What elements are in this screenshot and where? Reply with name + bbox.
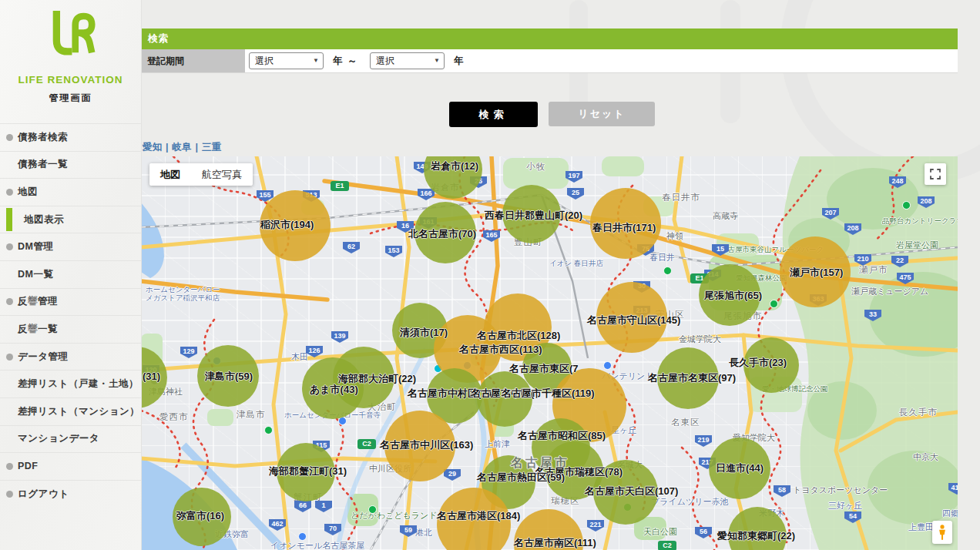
poi-pin-icon (770, 300, 778, 308)
map-place-label: 金城学院大 (679, 334, 721, 345)
sidebar-item-label: 反響管理 (18, 295, 58, 308)
year-to-select[interactable]: 選択 ▼ (370, 52, 445, 69)
poi-pin-icon (298, 532, 307, 541)
map-place-label: イオンモール名古屋茶屋 (270, 540, 364, 550)
map-place-label: 名東区 (671, 417, 700, 428)
count-circle-label: 名古屋市千種区(119) (502, 387, 595, 401)
bullet-icon (6, 134, 13, 141)
map-place-label: トヨタスポーツセンター (793, 485, 888, 496)
search-panel-body: 登記期間 選択 ▼ 年 ～ 選択 ▼ 年 (141, 49, 958, 72)
reset-button[interactable]: リセット (549, 102, 655, 126)
map-canvas[interactable]: 1555131492516616116621531651972575152142… (141, 156, 958, 550)
sidebar-item-データ管理[interactable]: データ管理 (0, 343, 141, 371)
map-place-label: 木田 (291, 351, 308, 363)
fullscreen-button[interactable] (925, 163, 946, 185)
sidebar-item-DM管理[interactable]: DM管理 (0, 233, 141, 260)
count-circle-label: 名古屋市南区(111) (514, 536, 596, 550)
sidebar-item-label: マンションデータ (18, 432, 99, 445)
map-place-label: 港北 (415, 527, 432, 538)
registration-period-label: 登記期間 (141, 49, 245, 72)
year-from-value: 選択 (255, 55, 274, 66)
poi-pin-icon (264, 426, 273, 434)
map-place-label: 三好ヶ丘 (828, 500, 862, 511)
map-place-label: 小牧 (526, 161, 545, 173)
pegman-icon (936, 524, 948, 541)
fullscreen-icon (928, 167, 942, 181)
sidebar-item-マンションデータ[interactable]: マンションデータ (0, 425, 141, 453)
sidebar-item-反響一覧[interactable]: 反響一覧 (0, 315, 141, 343)
count-circle-label: 瀬戸市(157) (790, 266, 843, 280)
count-circle-label: 尾張旭市(65) (704, 289, 762, 303)
map-place-label: 四郷 (942, 508, 958, 519)
count-circle-label: 名古屋市守山区(145) (587, 314, 680, 327)
count-circle-label: 名古屋市東区(7 (509, 362, 579, 376)
count-circle-label: 名古屋市昭和区(85) (518, 429, 606, 443)
sidebar-item-DM一覧[interactable]: DM一覧 (0, 260, 141, 288)
bullet-icon (6, 243, 13, 250)
logo: LIFE RENOVATION 管理画面 (0, 0, 141, 105)
map-place-label: 瀬戸蔵ミュージアム (851, 286, 928, 297)
map-type-map-button[interactable]: 地図 (149, 163, 191, 186)
sidebar-item-債務者一覧[interactable]: 債務者一覧 (0, 151, 141, 179)
bullet-icon (6, 189, 13, 196)
map-place-label: 春日井市 (662, 192, 700, 203)
map-place-label: 中京大 (913, 451, 938, 463)
count-circle-label: 長久手市(23) (729, 356, 787, 370)
page: 検索 登記期間 選択 ▼ 年 ～ 選択 ▼ 年 検索 リセット 愛知|岐阜|三重 (0, 0, 980, 550)
sidebar: LIFE RENOVATION 管理画面 債務者検索債務者一覧地図地図表示DM管… (0, 0, 142, 550)
poi-pin-icon (663, 267, 672, 275)
map-place-label: 高蔵寺 (713, 210, 738, 222)
sidebar-item-PDF[interactable]: PDF (0, 452, 141, 480)
map-place-label: 春日井 (649, 252, 675, 263)
prefecture-link-岐阜[interactable]: 岐阜 (173, 142, 192, 153)
count-circle-label: 西春日井郡豊山町(20) (485, 209, 582, 223)
sidebar-item-label: DM一覧 (18, 268, 53, 281)
search-button[interactable]: 検索 (449, 102, 538, 127)
map-type-satellite-button[interactable]: 航空写真 (191, 163, 253, 186)
prefecture-links: 愛知|岐阜|三重 (143, 141, 221, 154)
sidebar-menu: 債務者検索債務者一覧地図地図表示DM管理DM一覧反響管理反響一覧データ管理差押リ… (0, 123, 141, 507)
sidebar-item-ログアウト[interactable]: ログアウト (0, 480, 141, 508)
count-circle-label: 名古屋市港区(184) (437, 509, 520, 523)
sidebar-item-label: 差押リスト（戸建・土地） (18, 377, 139, 391)
count-circle-label: 愛知郡東郷町(22) (717, 529, 795, 543)
pegman-button[interactable] (932, 521, 952, 544)
count-circle-label: あま市(43) (310, 383, 358, 397)
expressway-shield: E1 (331, 181, 349, 191)
sidebar-item-差押リスト（戸建・土地）[interactable]: 差押リスト（戸建・土地） (0, 370, 141, 397)
main-content: 検索 登記期間 選択 ▼ 年 ～ 選択 ▼ 年 検索 リセット 愛知|岐阜|三重 (141, 0, 980, 550)
logo-title: LIFE RENOVATION (0, 74, 141, 86)
chevron-down-icon: ▼ (313, 53, 319, 69)
poi-pin-icon (368, 505, 377, 514)
sidebar-item-債務者検索[interactable]: 債務者検索 (0, 123, 141, 151)
count-circle-label: 日進市(44) (716, 461, 764, 475)
logo-subtitle: 管理画面 (0, 92, 141, 105)
count-circle-label: 名古屋市中川区(163) (380, 438, 473, 452)
map-place-label: とだがわこどもランド (351, 510, 438, 521)
year-to-value: 選択 (376, 55, 394, 66)
range-separator: ～ (347, 49, 357, 72)
count-circle-label: 弥富市(16) (176, 509, 224, 523)
prefecture-link-愛知[interactable]: 愛知 (143, 142, 162, 153)
year-from-select[interactable]: 選択 ▼ (249, 52, 324, 69)
link-separator: | (196, 142, 199, 153)
count-circle-label: (31) (143, 371, 160, 382)
map-place-label: 愛西市 (159, 411, 189, 423)
map-place-label: 神領 (666, 230, 683, 242)
prefecture-link-三重[interactable]: 三重 (202, 142, 221, 153)
sidebar-item-差押リスト（マンション）[interactable]: 差押リスト（マンション） (0, 397, 141, 425)
sidebar-item-反響管理[interactable]: 反響管理 (0, 288, 141, 316)
count-circle-label: 名古屋市天白区(107) (585, 485, 678, 498)
count-circle-label: 北名古屋市(70) (408, 227, 476, 241)
search-panel: 検索 登記期間 選択 ▼ 年 ～ 選択 ▼ 年 (141, 29, 958, 73)
sidebar-item-地図表示[interactable]: 地図表示 (0, 206, 141, 233)
count-circle-label: 海部郡蟹江町(31) (269, 464, 347, 478)
map-place-label: 津島市 (237, 409, 266, 421)
sidebar-item-地図[interactable]: 地図 (0, 178, 141, 206)
map-place-label: 瀬戸市 (859, 264, 888, 276)
search-panel-title: 検索 (141, 29, 958, 49)
bullet-icon (6, 491, 13, 498)
count-circle-label: 春日井市(171) (592, 221, 656, 235)
count-circle-label: 名古屋市名東区(97) (648, 371, 736, 385)
count-circle-label: 津島市(59) (205, 370, 253, 384)
